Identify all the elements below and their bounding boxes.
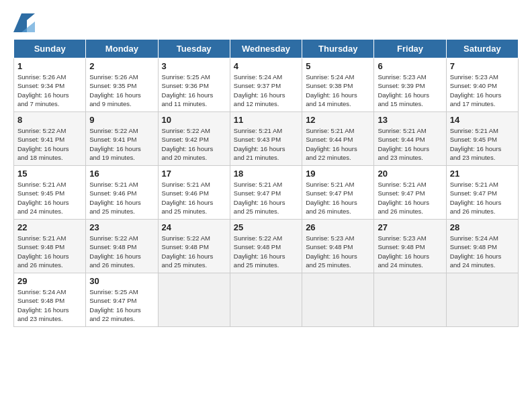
header-day-tuesday: Tuesday: [158, 40, 230, 58]
day-info: Sunrise: 5:21 AM Sunset: 9:47 PM Dayligh…: [450, 180, 515, 216]
day-number: 17: [162, 169, 226, 179]
day-number: 16: [89, 169, 154, 179]
header: [13, 13, 519, 32]
day-number: 25: [234, 222, 298, 232]
calendar-cell: 20Sunrise: 5:21 AM Sunset: 9:47 PM Dayli…: [374, 166, 446, 220]
day-info: Sunrise: 5:23 AM Sunset: 9:48 PM Dayligh…: [378, 234, 442, 269]
calendar-week-row: 29Sunrise: 5:24 AM Sunset: 9:48 PM Dayli…: [14, 273, 519, 327]
calendar-cell: 30Sunrise: 5:25 AM Sunset: 9:47 PM Dayli…: [86, 273, 158, 327]
calendar-cell: 25Sunrise: 5:22 AM Sunset: 9:48 PM Dayli…: [230, 220, 302, 273]
day-number: 5: [306, 61, 370, 71]
day-number: 27: [378, 222, 442, 232]
day-info: Sunrise: 5:21 AM Sunset: 9:47 PM Dayligh…: [306, 180, 370, 216]
day-number: 19: [306, 169, 370, 179]
calendar-cell: 18Sunrise: 5:21 AM Sunset: 9:47 PM Dayli…: [230, 166, 302, 220]
day-info: Sunrise: 5:21 AM Sunset: 9:44 PM Dayligh…: [306, 126, 370, 162]
day-number: 28: [450, 222, 515, 232]
day-number: 4: [234, 61, 298, 71]
calendar-cell: 17Sunrise: 5:21 AM Sunset: 9:46 PM Dayli…: [158, 166, 230, 220]
calendar-cell: 23Sunrise: 5:22 AM Sunset: 9:48 PM Dayli…: [86, 220, 158, 273]
calendar-header: SundayMondayTuesdayWednesdayThursdayFrid…: [14, 40, 519, 58]
day-number: 10: [162, 115, 226, 125]
calendar-cell: 28Sunrise: 5:24 AM Sunset: 9:48 PM Dayli…: [446, 220, 518, 273]
day-info: Sunrise: 5:25 AM Sunset: 9:47 PM Dayligh…: [89, 287, 154, 323]
day-number: 2: [89, 61, 154, 71]
day-info: Sunrise: 5:24 AM Sunset: 9:37 PM Dayligh…: [234, 73, 298, 108]
day-info: Sunrise: 5:24 AM Sunset: 9:48 PM Dayligh…: [450, 234, 515, 269]
calendar-cell: 19Sunrise: 5:21 AM Sunset: 9:47 PM Dayli…: [302, 166, 374, 220]
day-info: Sunrise: 5:22 AM Sunset: 9:41 PM Dayligh…: [89, 126, 154, 162]
day-number: 7: [450, 61, 515, 71]
day-number: 1: [17, 61, 82, 71]
header-day-friday: Friday: [374, 40, 446, 58]
calendar-cell: 24Sunrise: 5:22 AM Sunset: 9:48 PM Dayli…: [158, 220, 230, 273]
header-day-sunday: Sunday: [14, 40, 86, 58]
calendar-cell: 12Sunrise: 5:21 AM Sunset: 9:44 PM Dayli…: [302, 112, 374, 166]
calendar-cell: 1Sunrise: 5:26 AM Sunset: 9:34 PM Daylig…: [14, 58, 86, 112]
calendar-cell: [302, 273, 374, 327]
calendar-cell: 9Sunrise: 5:22 AM Sunset: 9:41 PM Daylig…: [86, 112, 158, 166]
day-number: 20: [378, 169, 442, 179]
calendar-cell: 6Sunrise: 5:23 AM Sunset: 9:39 PM Daylig…: [374, 58, 446, 112]
day-info: Sunrise: 5:21 AM Sunset: 9:45 PM Dayligh…: [450, 126, 515, 162]
day-info: Sunrise: 5:21 AM Sunset: 9:47 PM Dayligh…: [234, 180, 298, 216]
day-info: Sunrise: 5:22 AM Sunset: 9:41 PM Dayligh…: [17, 126, 82, 162]
day-number: 30: [89, 276, 154, 286]
day-number: 26: [306, 222, 370, 232]
day-info: Sunrise: 5:21 AM Sunset: 9:43 PM Dayligh…: [234, 126, 298, 162]
day-info: Sunrise: 5:23 AM Sunset: 9:39 PM Dayligh…: [378, 73, 442, 108]
calendar-cell: 29Sunrise: 5:24 AM Sunset: 9:48 PM Dayli…: [14, 273, 86, 327]
calendar-cell: 2Sunrise: 5:26 AM Sunset: 9:35 PM Daylig…: [86, 58, 158, 112]
day-info: Sunrise: 5:22 AM Sunset: 9:48 PM Dayligh…: [234, 234, 298, 269]
day-number: 12: [306, 115, 370, 125]
header-day-monday: Monday: [86, 40, 158, 58]
day-info: Sunrise: 5:26 AM Sunset: 9:35 PM Dayligh…: [89, 73, 154, 108]
calendar-cell: 21Sunrise: 5:21 AM Sunset: 9:47 PM Dayli…: [446, 166, 518, 220]
day-info: Sunrise: 5:23 AM Sunset: 9:48 PM Dayligh…: [306, 234, 370, 269]
header-day-wednesday: Wednesday: [230, 40, 302, 58]
header-day-saturday: Saturday: [446, 40, 518, 58]
calendar-cell: 7Sunrise: 5:23 AM Sunset: 9:40 PM Daylig…: [446, 58, 518, 112]
calendar-cell: 16Sunrise: 5:21 AM Sunset: 9:46 PM Dayli…: [86, 166, 158, 220]
calendar-cell: 3Sunrise: 5:25 AM Sunset: 9:36 PM Daylig…: [158, 58, 230, 112]
calendar-week-row: 22Sunrise: 5:21 AM Sunset: 9:48 PM Dayli…: [14, 220, 519, 273]
day-info: Sunrise: 5:25 AM Sunset: 9:36 PM Dayligh…: [162, 73, 226, 108]
day-number: 15: [17, 169, 82, 179]
calendar-cell: 4Sunrise: 5:24 AM Sunset: 9:37 PM Daylig…: [230, 58, 302, 112]
day-number: 9: [89, 115, 154, 125]
calendar-cell: 22Sunrise: 5:21 AM Sunset: 9:48 PM Dayli…: [14, 220, 86, 273]
day-number: 8: [17, 115, 82, 125]
day-info: Sunrise: 5:24 AM Sunset: 9:48 PM Dayligh…: [17, 287, 82, 323]
day-number: 23: [89, 222, 154, 232]
calendar-cell: [230, 273, 302, 327]
day-info: Sunrise: 5:21 AM Sunset: 9:46 PM Dayligh…: [89, 180, 154, 216]
day-info: Sunrise: 5:24 AM Sunset: 9:38 PM Dayligh…: [306, 73, 370, 108]
calendar-cell: 15Sunrise: 5:21 AM Sunset: 9:45 PM Dayli…: [14, 166, 86, 220]
day-info: Sunrise: 5:21 AM Sunset: 9:45 PM Dayligh…: [17, 180, 82, 216]
calendar-week-row: 8Sunrise: 5:22 AM Sunset: 9:41 PM Daylig…: [14, 112, 519, 166]
calendar-cell: [158, 273, 230, 327]
calendar-cell: [374, 273, 446, 327]
day-info: Sunrise: 5:23 AM Sunset: 9:40 PM Dayligh…: [450, 73, 515, 108]
calendar-cell: 11Sunrise: 5:21 AM Sunset: 9:43 PM Dayli…: [230, 112, 302, 166]
logo: [13, 13, 38, 32]
calendar-cell: 10Sunrise: 5:22 AM Sunset: 9:42 PM Dayli…: [158, 112, 230, 166]
calendar-cell: 13Sunrise: 5:21 AM Sunset: 9:44 PM Dayli…: [374, 112, 446, 166]
calendar-cell: 26Sunrise: 5:23 AM Sunset: 9:48 PM Dayli…: [302, 220, 374, 273]
day-info: Sunrise: 5:21 AM Sunset: 9:48 PM Dayligh…: [17, 234, 82, 269]
day-number: 13: [378, 115, 442, 125]
day-info: Sunrise: 5:21 AM Sunset: 9:44 PM Dayligh…: [378, 126, 442, 162]
calendar-cell: 5Sunrise: 5:24 AM Sunset: 9:38 PM Daylig…: [302, 58, 374, 112]
day-info: Sunrise: 5:22 AM Sunset: 9:48 PM Dayligh…: [162, 234, 226, 269]
header-day-thursday: Thursday: [302, 40, 374, 58]
day-info: Sunrise: 5:22 AM Sunset: 9:48 PM Dayligh…: [89, 234, 154, 269]
day-number: 6: [378, 61, 442, 71]
calendar-week-row: 1Sunrise: 5:26 AM Sunset: 9:34 PM Daylig…: [14, 58, 519, 112]
day-number: 21: [450, 169, 515, 179]
day-info: Sunrise: 5:21 AM Sunset: 9:47 PM Dayligh…: [378, 180, 442, 216]
day-number: 22: [17, 222, 82, 232]
logo-icon: [13, 13, 35, 32]
day-number: 29: [17, 276, 82, 286]
day-info: Sunrise: 5:21 AM Sunset: 9:46 PM Dayligh…: [162, 180, 226, 216]
calendar-cell: 14Sunrise: 5:21 AM Sunset: 9:45 PM Dayli…: [446, 112, 518, 166]
